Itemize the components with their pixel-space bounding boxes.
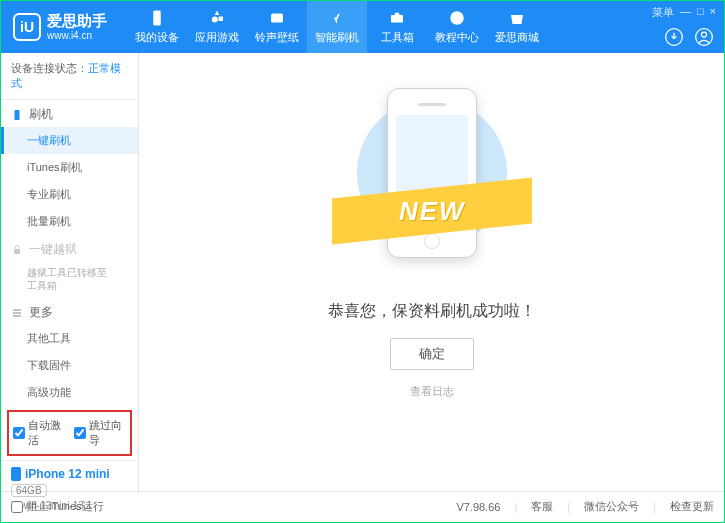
svg-rect-10 (11, 467, 21, 481)
sidebar-item-other[interactable]: 其他工具 (1, 325, 138, 352)
sidebar-item-pro[interactable]: 专业刷机 (1, 181, 138, 208)
menu-icon[interactable]: 菜单 (652, 5, 674, 20)
minimize-icon[interactable]: — (680, 5, 691, 20)
svg-rect-8 (15, 110, 20, 120)
tab-device[interactable]: 我的设备 (127, 1, 187, 53)
success-illustration: NEW (342, 83, 522, 283)
menu-lines-icon (11, 307, 23, 319)
support-link[interactable]: 客服 (531, 499, 553, 514)
device-capacity: 64GB (11, 484, 47, 497)
check-update-link[interactable]: 检查更新 (670, 499, 714, 514)
success-message: 恭喜您，保资料刷机成功啦！ (328, 301, 536, 322)
app-url: www.i4.cn (47, 30, 107, 41)
tab-store[interactable]: 爱思商城 (487, 1, 547, 53)
maximize-icon[interactable]: □ (697, 5, 704, 20)
jailbreak-note: 越狱工具已转移至 工具箱 (1, 262, 138, 298)
svg-rect-1 (271, 14, 283, 23)
checkbox-auto-activate[interactable]: 自动激活 (13, 418, 66, 448)
tab-apps[interactable]: 应用游戏 (187, 1, 247, 53)
options-highlight: 自动激活 跳过向导 (7, 410, 132, 456)
tab-ringtone[interactable]: 铃声壁纸 (247, 1, 307, 53)
logo-icon: iU (13, 13, 41, 41)
svg-rect-3 (395, 13, 400, 15)
app-name: 爱思助手 (47, 13, 107, 30)
titlebar-right-icons (664, 27, 714, 47)
wechat-link[interactable]: 微信公众号 (584, 499, 639, 514)
tab-tools[interactable]: 工具箱 (367, 1, 427, 53)
tab-flash[interactable]: 智能刷机 (307, 1, 367, 53)
sidebar-item-batch[interactable]: 批量刷机 (1, 208, 138, 235)
close-icon[interactable]: × (710, 5, 716, 20)
connection-status: 设备连接状态：正常模式 (1, 53, 138, 100)
nav-tabs: 我的设备 应用游戏 铃声壁纸 智能刷机 工具箱 教程中心 爱思商城 (127, 1, 547, 53)
tab-tutorial[interactable]: 教程中心 (427, 1, 487, 53)
sidebar-item-itunes[interactable]: iTunes刷机 (1, 154, 138, 181)
main-content: NEW 恭喜您，保资料刷机成功啦！ 确定 查看日志 (139, 53, 724, 491)
ok-button[interactable]: 确定 (390, 338, 474, 370)
checkbox-skip-guide[interactable]: 跳过向导 (74, 418, 127, 448)
svg-rect-9 (14, 249, 20, 254)
window-controls: 菜单 — □ × (652, 5, 716, 20)
sidebar-section-jailbreak[interactable]: 一键越狱 (1, 235, 138, 262)
user-icon[interactable] (694, 27, 714, 47)
app-logo: iU 爱思助手 www.i4.cn (1, 13, 119, 41)
sidebar-item-advanced[interactable]: 高级功能 (1, 379, 138, 406)
sidebar-item-download[interactable]: 下载固件 (1, 352, 138, 379)
svg-rect-2 (391, 15, 403, 23)
svg-point-7 (702, 32, 707, 37)
sidebar: 设备连接状态：正常模式 刷机 一键刷机 iTunes刷机 专业刷机 批量刷机 一… (1, 53, 139, 491)
sidebar-item-oneclick[interactable]: 一键刷机 (1, 127, 138, 154)
sidebar-section-flash[interactable]: 刷机 (1, 100, 138, 127)
svg-rect-0 (153, 11, 161, 26)
device-phone-icon (11, 467, 21, 481)
sidebar-section-more[interactable]: 更多 (1, 298, 138, 325)
svg-point-4 (450, 11, 464, 25)
checkbox-block-itunes[interactable]: 阻止iTunes运行 (11, 499, 104, 514)
lock-icon (11, 244, 23, 256)
phone-icon (11, 109, 23, 121)
view-log-link[interactable]: 查看日志 (410, 384, 454, 399)
titlebar: iU 爱思助手 www.i4.cn 我的设备 应用游戏 铃声壁纸 智能刷机 工具… (1, 1, 724, 53)
version-label: V7.98.66 (456, 501, 500, 513)
download-icon[interactable] (664, 27, 684, 47)
